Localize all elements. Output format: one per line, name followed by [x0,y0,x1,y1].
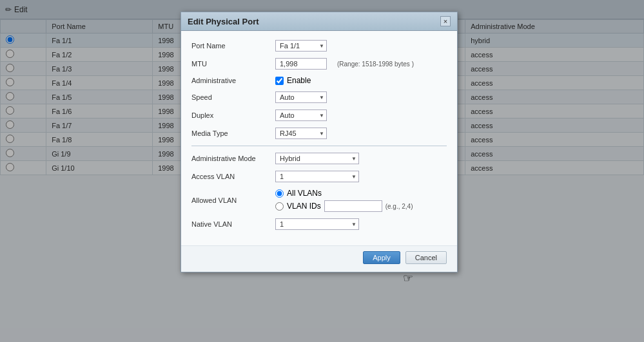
native-vlan-label: Native VLAN [191,220,275,228]
media-type-label: Media Type [191,129,275,137]
vlan-ids-row: VLAN IDs (e.g., 2,4) [275,200,413,212]
access-vlan-select-wrap: 1 ▼ [275,171,359,182]
enable-checkbox[interactable] [275,77,284,85]
native-vlan-row: Native VLAN 1 ▼ [191,218,447,230]
enable-control: Enable [275,76,311,85]
port-name-control: Fa 1/1 ▼ [275,40,327,52]
vlan-ids-radio[interactable] [275,202,284,211]
admin-mode-row: Administrative Mode Hybrid Access Trunk … [191,153,447,164]
allowed-vlan-label: Allowed VLAN [191,196,275,204]
admin-mode-control: Hybrid Access Trunk ▼ [275,153,359,164]
native-vlan-select-wrap: 1 ▼ [275,218,359,230]
dialog-footer: Apply Cancel [181,245,457,272]
access-vlan-select[interactable]: 1 [275,171,359,182]
media-type-select[interactable]: RJ45 [275,128,327,139]
speed-select[interactable]: Auto 10 100 [275,91,327,103]
enable-label: Enable [287,76,311,85]
allowed-vlan-radio-group: All VLANs VLAN IDs (e.g., 2,4) [275,189,413,212]
duplex-select-wrap: Auto Half Full ▼ [275,109,327,121]
port-name-label: Port Name [191,42,275,50]
edit-physical-port-dialog: Edit Physical Port × Port Name Fa 1/1 ▼ … [181,12,458,272]
media-type-row: Media Type RJ45 ▼ [191,128,447,139]
speed-label: Speed [191,93,275,101]
allowed-vlan-row: Allowed VLAN All VLANs VLAN IDs (e.g., 2… [191,189,447,212]
speed-control: Auto 10 100 ▼ [275,91,327,103]
apply-button[interactable]: Apply [363,251,400,264]
section-divider [191,146,447,146]
admin-mode-label: Administrative Mode [191,155,275,162]
all-vlans-radio[interactable] [275,189,284,198]
port-name-select[interactable]: Fa 1/1 [275,40,327,52]
dialog-titlebar: Edit Physical Port × [181,12,457,31]
vlan-ids-input[interactable] [324,200,382,212]
close-button[interactable]: × [440,16,451,26]
native-vlan-control: 1 ▼ [275,218,359,230]
vlan-ids-hint: (e.g., 2,4) [385,203,413,210]
duplex-control: Auto Half Full ▼ [275,109,327,121]
mtu-input[interactable] [275,58,327,70]
admin-mode-select-wrap: Hybrid Access Trunk ▼ [275,153,359,164]
all-vlans-row: All VLANs [275,189,413,198]
speed-row: Speed Auto 10 100 ▼ [191,91,447,103]
dialog-body: Port Name Fa 1/1 ▼ MTU (Range: 1518-1998… [181,31,457,245]
native-vlan-select[interactable]: 1 [275,218,359,230]
mtu-control: (Range: 1518-1998 bytes ) [275,58,414,70]
admin-mode-select[interactable]: Hybrid Access Trunk [275,153,359,164]
port-name-row: Port Name Fa 1/1 ▼ [191,40,447,52]
administrative-label: Administrative [191,77,275,84]
dialog-title: Edit Physical Port [188,17,259,26]
duplex-row: Duplex Auto Half Full ▼ [191,109,447,121]
access-vlan-label: Access VLAN [191,173,275,180]
administrative-row: Administrative Enable [191,76,447,85]
all-vlans-label: All VLANs [287,189,322,198]
cancel-button[interactable]: Cancel [405,251,447,264]
access-vlan-control: 1 ▼ [275,171,359,182]
duplex-select[interactable]: Auto Half Full [275,109,327,121]
vlan-ids-label: VLAN IDs [287,202,321,211]
mtu-row: MTU (Range: 1518-1998 bytes ) [191,58,447,70]
duplex-label: Duplex [191,111,275,119]
allowed-vlan-control: All VLANs VLAN IDs (e.g., 2,4) [275,189,413,212]
media-type-control: RJ45 ▼ [275,128,327,139]
mtu-range-hint: (Range: 1518-1998 bytes ) [337,61,414,68]
port-name-select-wrap: Fa 1/1 ▼ [275,40,327,52]
media-select-wrap: RJ45 ▼ [275,128,327,139]
access-vlan-row: Access VLAN 1 ▼ [191,171,447,182]
speed-select-wrap: Auto 10 100 ▼ [275,91,327,103]
mtu-label: MTU [191,60,275,68]
